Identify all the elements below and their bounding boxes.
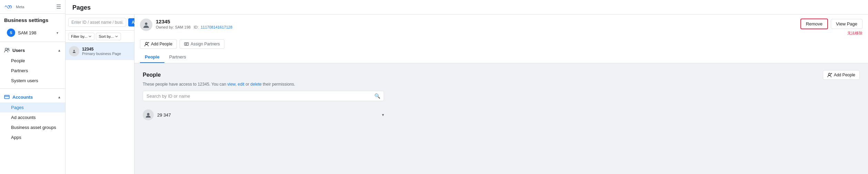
person-expand-icon[interactable]: ▾ <box>382 112 384 117</box>
users-collapse-icon: ▲ <box>58 48 61 52</box>
asset-item-name: 12345 <box>82 47 131 52</box>
add-people-button[interactable]: Add People <box>140 39 177 49</box>
svg-point-0 <box>10 8 11 8</box>
accounts-icon <box>4 94 10 100</box>
assign-partners-button[interactable]: Assign Partners <box>180 39 224 49</box>
meta-logo: Meta <box>4 4 24 9</box>
detail-page-icon <box>140 19 152 31</box>
page-icon <box>71 48 77 54</box>
detail-page-name: 12345 <box>156 19 232 24</box>
detail-body: People Add People <box>134 63 868 174</box>
sidebar: Meta ☰ Business settings S SAM 198 ▾ <box>0 0 65 174</box>
people-description: These people have access to 12345. You c… <box>143 82 860 87</box>
main-content: Pages Add Filter by... Sort by... <box>65 0 868 174</box>
asset-item-sub: Primary business Page <box>82 52 131 56</box>
asset-item-icon <box>69 46 79 56</box>
assign-partners-label: Assign Partners <box>191 42 220 46</box>
sidebar-item-partners[interactable]: Partners <box>0 66 65 76</box>
sidebar-item-apps[interactable]: Apps <box>0 132 65 142</box>
filter-chevron-icon <box>88 35 92 38</box>
person-avatar <box>143 109 154 120</box>
content-area: Add Filter by... Sort by... <box>65 14 868 174</box>
action-bar: Add People Assign Partners <box>140 39 862 49</box>
meta-text: Meta <box>16 5 24 9</box>
add-people-icon <box>144 42 149 46</box>
svg-rect-11 <box>184 43 189 45</box>
asset-item-info: 12345 Primary business Page <box>82 47 131 56</box>
accounts-collapse-icon: ▲ <box>58 95 61 99</box>
add-people-section-label: Add People <box>834 73 855 77</box>
sidebar-item-system-users[interactable]: System users <box>0 76 65 86</box>
hamburger-icon[interactable]: ☰ <box>56 3 61 10</box>
detail-title-info: 12345 Owned by: SAM 198 ID: 111708141617… <box>156 19 232 29</box>
svg-point-12 <box>828 73 830 75</box>
svg-rect-3 <box>4 95 9 99</box>
search-icon: 🔍 <box>374 93 380 99</box>
sidebar-item-business-asset-groups[interactable]: Business asset groups <box>0 122 65 132</box>
detail-title-left: 12345 Owned by: SAM 198 ID: 111708141617… <box>140 19 232 31</box>
delete-link[interactable]: delete <box>250 82 262 87</box>
divider-1 <box>0 42 65 42</box>
search-people-input[interactable] <box>147 94 374 99</box>
people-header: People Add People <box>143 70 860 80</box>
person-avatar-icon <box>145 111 152 118</box>
business-settings-title: Business settings <box>0 14 65 25</box>
sidebar-item-people[interactable]: People <box>0 56 65 66</box>
sort-chevron-icon <box>115 35 118 38</box>
account-chevron-icon: ▾ <box>57 31 58 35</box>
sidebar-header: Meta ☰ <box>0 0 65 14</box>
users-section: Users ▲ People Partners System users <box>0 43 65 87</box>
view-link[interactable]: view <box>228 82 235 87</box>
divider-2 <box>0 88 65 89</box>
main-header: Pages <box>65 0 868 14</box>
svg-point-2 <box>8 48 9 50</box>
account-selector[interactable]: S SAM 198 ▾ <box>3 26 62 39</box>
sidebar-item-ad-accounts[interactable]: Ad accounts <box>0 112 65 122</box>
detail-header: 12345 Owned by: SAM 198 ID: 111708141617… <box>134 14 868 63</box>
account-avatar: S <box>7 29 15 37</box>
detail-actions: Remove View Page <box>800 19 862 29</box>
add-people-section-button[interactable]: Add People <box>823 70 860 80</box>
account-name: SAM 198 <box>18 30 54 35</box>
detail-icon <box>142 21 150 29</box>
filter-button[interactable]: Filter by... <box>68 33 94 40</box>
accounts-section: Accounts ▲ Pages Ad accounts Business as… <box>0 90 65 144</box>
sort-button[interactable]: Sort by... <box>96 33 121 40</box>
svg-point-7 <box>145 23 148 25</box>
asset-search-input[interactable] <box>68 18 126 27</box>
svg-point-5 <box>73 50 75 51</box>
person-row: 29 347 ▾ <box>143 106 384 124</box>
add-people-section-icon <box>827 73 832 77</box>
page-title: Pages <box>72 4 861 11</box>
detail-owned-by: Owned by: SAM 198 ID: 111708141617128 <box>156 25 232 29</box>
person-left: 29 347 <box>143 109 171 120</box>
sidebar-item-pages[interactable]: Pages <box>0 102 65 112</box>
detail-id-link[interactable]: 111708141617128 <box>201 25 232 29</box>
search-people-row: 🔍 <box>143 91 384 101</box>
tab-bar: People Partners <box>140 52 862 63</box>
detail-title-row: 12345 Owned by: SAM 198 ID: 111708141617… <box>140 19 862 39</box>
svg-point-1 <box>5 48 7 50</box>
asset-item[interactable]: 12345 Primary business Page <box>65 43 134 60</box>
svg-point-16 <box>147 113 150 116</box>
remove-button[interactable]: Remove <box>800 19 828 29</box>
svg-point-8 <box>145 42 148 44</box>
cannot-remove-text: 无法移除 <box>847 31 862 36</box>
users-section-header[interactable]: Users ▲ <box>0 45 65 56</box>
accounts-section-header[interactable]: Accounts ▲ <box>0 91 65 102</box>
assign-partners-icon <box>184 42 189 46</box>
add-people-label: Add People <box>151 42 172 46</box>
tab-people[interactable]: People <box>140 52 164 63</box>
asset-search-row: Add <box>65 14 134 31</box>
asset-list: 12345 Primary business Page <box>65 43 134 174</box>
filter-sort-row: Filter by... Sort by... <box>65 31 134 43</box>
edit-link[interactable]: edit <box>238 82 244 87</box>
asset-list-panel: Add Filter by... Sort by... <box>65 14 134 174</box>
view-page-button[interactable]: View Page <box>831 19 862 29</box>
detail-panel: 12345 Owned by: SAM 198 ID: 111708141617… <box>134 14 868 174</box>
meta-logo-icon <box>4 4 14 9</box>
tab-partners[interactable]: Partners <box>164 52 191 63</box>
detail-actions-col: Remove View Page 无法移除 <box>800 19 862 36</box>
people-section-title: People <box>143 72 161 78</box>
people-section: People Add People <box>134 63 868 131</box>
